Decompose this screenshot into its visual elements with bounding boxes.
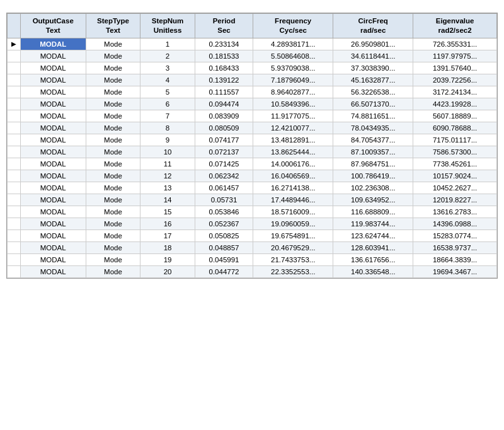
row-arrow-cell [8,230,21,241]
period-cell: 0.111557 [195,86,253,98]
step-type-cell: Mode [86,50,140,62]
step-num-cell: 9 [140,134,195,146]
step-type-cell: Mode [86,38,140,50]
circ-freq-cell: 87.1009357... [333,146,413,158]
step-num-cell: 3 [140,62,195,74]
period-cell: 0.050825 [195,230,253,241]
step-type-cell: Mode [86,74,140,86]
row-arrow-cell [8,182,21,194]
output-case-cell: MODAL [20,218,86,230]
row-arrow-cell [8,98,21,110]
step-type-cell: Mode [86,146,140,158]
output-case-cell: MODAL [20,206,86,218]
row-arrow-cell [8,158,21,170]
step-num-cell: 16 [140,218,195,230]
period-header: PeriodSec [195,14,253,38]
period-cell: 0.072137 [195,146,253,158]
period-cell: 0.062342 [195,170,253,182]
step-num-cell: 10 [140,146,195,158]
step-num-cell: 7 [140,110,195,122]
circ-freq-cell: 37.3038390... [333,62,413,74]
eigenvalue-cell: 7586.57300... [413,146,497,158]
frequency-cell: 18.5716009... [253,206,333,218]
output-case-cell: MODAL [20,253,86,265]
table-row: MODALMode50.1115578.96402877...56.322653… [8,86,497,98]
table-row: MODALMode180.04885720.4679529...128.6039… [8,241,497,253]
step-num-cell: 12 [140,170,195,182]
circ-freq-cell: 26.9509801... [333,38,413,50]
eigenvalue-cell: 4423.19928... [413,98,497,110]
eigenvalue-cell: 19694.3467... [413,265,497,277]
circ-freq-cell: 56.3226538... [333,86,413,98]
circ-freq-cell: 84.7054377... [333,134,413,146]
step-num-cell: 1 [140,38,195,50]
output-case-cell: MODAL [20,182,86,194]
step-num-cell: 5 [140,86,195,98]
output-case-cell: MODAL [20,134,86,146]
frequency-cell: 19.6754891... [253,230,333,241]
period-cell: 0.061457 [195,182,253,194]
eigenvalue-cell: 5607.18889... [413,110,497,122]
frequency-cell: 20.4679529... [253,241,333,253]
step-type-cell: Mode [86,206,140,218]
circ-freq-cell: 45.1632877... [333,74,413,86]
period-cell: 0.080509 [195,122,253,134]
period-cell: 0.139122 [195,74,253,86]
frequency-cell: 16.0406569... [253,170,333,182]
period-cell: 0.048857 [195,241,253,253]
eigenvalue-cell: 18664.3839... [413,253,497,265]
eigenvalue-cell: 10157.9024... [413,170,497,182]
output-case-cell: MODAL [20,265,86,277]
step-num-cell: 4 [140,74,195,86]
table-row: MODALMode30.1684335.93709038...37.303839… [8,62,497,74]
output-case-cell: MODAL [20,50,86,62]
table-row: MODALMode100.07213713.8625444...87.10093… [8,146,497,158]
table-row: MODALMode120.06234216.0406569...100.7864… [8,170,497,182]
row-arrow-cell [8,74,21,86]
output-case-cell: MODAL [20,98,86,110]
circ-freq-cell: 78.0434935... [333,122,413,134]
circ-freq-header: CircFreqrad/sec [333,14,413,38]
step-type-cell: Mode [86,122,140,134]
period-cell: 0.168433 [195,62,253,74]
table-row: MODALMode80.08050912.4210077...78.043493… [8,122,497,134]
eigenvalue-cell: 1197.97975... [413,50,497,62]
eigenvalue-cell: 6090.78688... [413,122,497,134]
step-num-cell: 6 [140,98,195,110]
step-num-cell: 18 [140,241,195,253]
frequency-cell: 22.3352553... [253,265,333,277]
table-row: MODALMode170.05082519.6754891...123.6247… [8,230,497,241]
output-case-cell: MODAL [20,194,86,206]
frequency-cell: 8.96402877... [253,86,333,98]
eigenvalue-cell: 3172.24134... [413,86,497,98]
output-case-cell: MODAL [20,38,86,50]
step-type-cell: Mode [86,170,140,182]
frequency-cell: 17.4489446... [253,194,333,206]
eigenvalue-cell: 726.355331... [413,38,497,50]
data-table: OutputCaseText StepTypeText StepNumUnitl… [6,13,498,279]
step-num-cell: 13 [140,182,195,194]
row-arrow-cell [8,265,21,277]
circ-freq-cell: 66.5071370... [333,98,413,110]
table-row: MODALMode190.04599121.7433753...136.6176… [8,253,497,265]
step-type-header: StepTypeText [86,14,140,38]
step-num-cell: 15 [140,206,195,218]
table-row: MODALMode140.0573117.4489446...109.63495… [8,194,497,206]
period-cell: 0.052367 [195,218,253,230]
step-num-cell: 17 [140,230,195,241]
frequency-cell: 4.28938171... [253,38,333,50]
table-header-row: OutputCaseText StepTypeText StepNumUnitl… [8,14,497,38]
eigenvalue-cell: 14396.0988... [413,218,497,230]
frequency-header: FrequencyCyc/sec [253,14,333,38]
period-cell: 0.083909 [195,110,253,122]
circ-freq-cell: 140.336548... [333,265,413,277]
frequency-cell: 11.9177075... [253,110,333,122]
output-case-cell: MODAL [20,74,86,86]
row-arrow-cell [8,170,21,182]
period-cell: 0.181533 [195,50,253,62]
circ-freq-cell: 102.236308... [333,182,413,194]
row-arrow-cell [8,134,21,146]
step-type-cell: Mode [86,182,140,194]
step-num-cell: 20 [140,265,195,277]
circ-freq-cell: 87.9684751... [333,158,413,170]
